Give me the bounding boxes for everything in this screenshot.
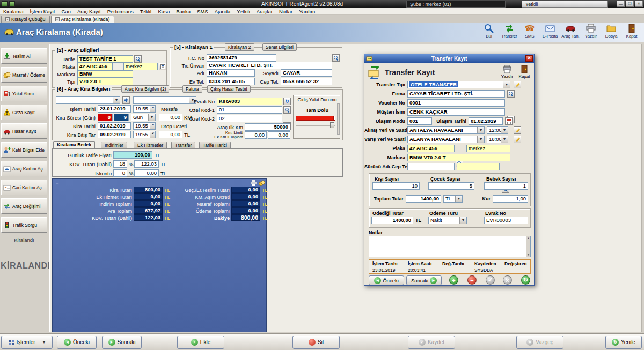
note-select[interactable]: [56, 96, 120, 104]
bebek-sayisi-field[interactable]: 1: [484, 182, 528, 190]
next-button[interactable]: ► Sonraki: [102, 336, 142, 349]
menu-item[interactable]: Kiralama: [0, 9, 27, 14]
soyadi-field[interactable]: CAYAR: [281, 69, 332, 77]
modal-plaka-sube-field[interactable]: merkez: [466, 145, 510, 152]
islem-saat-field[interactable]: 19:55: [133, 105, 156, 113]
dialog-close-icon[interactable]: ✕: [525, 55, 533, 62]
delete-button[interactable]: − Sil: [292, 336, 340, 349]
varis-saati-select[interactable]: 18:00: [487, 136, 508, 143]
odeme-turu-select[interactable]: Nakit: [428, 217, 467, 224]
close-page-button[interactable]: Kapat: [621, 24, 642, 39]
tab-arac-kiralama[interactable]: × Araç Kiralama (Kirada): [51, 16, 114, 23]
ozel-kod-1-field[interactable]: 01: [217, 106, 282, 114]
menu-item[interactable]: Yardım: [296, 9, 318, 14]
dialog-close-button[interactable]: Kapat: [517, 65, 532, 79]
sidebar-item-masraf-odeme[interactable]: Masraf / Ödeme: [1, 67, 47, 83]
transfer-tipi-edit-icon[interactable]: [514, 81, 521, 88]
dialog-next-button[interactable]: Sonraki ►: [406, 275, 442, 285]
transfer-button[interactable]: Transfer: [499, 24, 519, 39]
sidebar-item-teslim-al[interactable]: Teslim Al: [1, 48, 47, 64]
bitis-saat-field[interactable]: 19:55: [133, 131, 156, 138]
panel-coins-icon[interactable]: [258, 180, 265, 186]
dialog-print-button[interactable]: Yazdır: [500, 65, 515, 79]
tab-kisayol-cubugu[interactable]: × Kısayol Çubuğu: [1, 16, 50, 23]
tab-indirimler[interactable]: İndirimler: [101, 142, 127, 148]
tab-fatura[interactable]: Fatura: [182, 85, 202, 93]
tarife-search-icon[interactable]: [134, 55, 142, 63]
menu-item[interactable]: Cari: [58, 9, 74, 14]
musteri-isim-field[interactable]: CENK KAÇKAR: [407, 108, 505, 116]
dialog-add-icon[interactable]: +: [449, 275, 458, 285]
speaker-icon[interactable]: [122, 96, 130, 104]
tip-field[interactable]: V70 2.0 T: [77, 78, 133, 85]
alinis-saati-select[interactable]: 12:00: [487, 126, 508, 134]
dialog-save-icon[interactable]: ✓: [486, 275, 495, 285]
tab-kiralama-bedeli[interactable]: Kiralama Bedeli: [53, 141, 95, 148]
save-button[interactable]: ✓ Kaydet: [408, 336, 455, 349]
toplam-doviz-select[interactable]: TL: [443, 195, 463, 203]
transfer-tipi-select[interactable]: OTELE TRANSFER: [407, 81, 510, 88]
kisi-sayisi-field[interactable]: 10: [372, 182, 420, 190]
sidebar-item-trafik-sorgu[interactable]: Trafik Sorgu: [1, 217, 47, 233]
ulasim-tarihi-calendar-icon[interactable]: [505, 117, 513, 125]
arac-ilk-km-field[interactable]: 50000: [245, 123, 290, 131]
menu-item[interactable]: Banka: [173, 9, 194, 14]
kira-bitis-field[interactable]: 09.02.2019: [98, 131, 131, 138]
print-button[interactable]: Yazdır: [581, 24, 601, 39]
iskonto-tutar-field[interactable]: 0,00: [134, 169, 159, 177]
modal-plaka-field[interactable]: 42 ABC 456: [407, 145, 455, 152]
adi-field[interactable]: HAKAN: [207, 69, 255, 77]
islem-tarihi-field[interactable]: 23.01.2019: [98, 105, 131, 113]
cep-tel-field[interactable]: 055X 666 52 32: [281, 78, 332, 85]
menu-item[interactable]: İşlem Kayıt: [27, 9, 58, 14]
alinis-edit-icon[interactable]: [514, 126, 521, 134]
minimize-button[interactable]: —: [617, 1, 625, 7]
modal-evrak-no-field[interactable]: EVR00003: [484, 217, 528, 224]
tab-close-icon[interactable]: ×: [55, 17, 60, 21]
refresh-button[interactable]: ↻ Yenile: [605, 336, 642, 349]
close-button[interactable]: ✕: [635, 1, 643, 7]
menu-item[interactable]: Teklif: [137, 9, 155, 14]
gunluk-tarife-field[interactable]: 100,00: [113, 151, 152, 159]
dialog-title-bar[interactable]: Transfer Kayıt ✕: [364, 54, 534, 63]
ek-kmli-toplam-field[interactable]: 0,00: [268, 131, 290, 139]
sidebar-item-arac-kartini-ac[interactable]: Araç Kartını Aç: [1, 161, 47, 176]
surucu-adi-field[interactable]: [407, 163, 455, 170]
dialog-cancel-icon[interactable]: ×: [503, 275, 512, 285]
dialog-refresh-icon[interactable]: ↻: [521, 275, 530, 285]
tab-kiralayan-2[interactable]: Kiralayan 2: [225, 43, 254, 51]
tab-ek-hizmetler[interactable]: Ek Hizmetler: [134, 142, 167, 148]
kira-suresi-gun-field[interactable]: 8: [98, 114, 113, 121]
tab-tarife-harici[interactable]: Tarife Harici: [199, 142, 231, 148]
notes-scrollbar[interactable]: ▲▼: [526, 236, 530, 257]
panel-printer-icon[interactable]: [250, 180, 257, 186]
menu-item[interactable]: Yetkili: [233, 9, 253, 14]
kira-suresi-alt-field[interactable]: 9: [114, 114, 129, 121]
tab-arac-kira-2[interactable]: Araç Kira Bilgileri (2): [121, 85, 169, 93]
sidebar-item-hasar-kayit[interactable]: Hasar Kayıt: [1, 123, 47, 139]
sidebar-item-yakit-alimi[interactable]: Yakıt Alımı: [1, 86, 47, 101]
ulasim-tarihi-field[interactable]: 01.02.2019: [469, 117, 503, 125]
kur-field[interactable]: 1,00: [493, 195, 528, 203]
odedigi-tutar-field[interactable]: 1400,00: [371, 217, 413, 224]
ev-tel-field[interactable]: 033X 201 45 85: [207, 78, 255, 85]
previous-button[interactable]: ◄ Önceki: [57, 336, 97, 349]
kira-saat-field[interactable]: 19:55: [133, 122, 156, 130]
islemler-button[interactable]: İşlemler ▼: [1, 336, 53, 349]
marka-field[interactable]: BMW: [77, 70, 133, 78]
firma-field[interactable]: CAYAR TİCARET LTD. ŞTİ.: [407, 90, 505, 98]
sidebar-item-arac-degisimi[interactable]: Araç Değişimi: [1, 198, 47, 214]
surucu-tel-field[interactable]: [457, 163, 500, 170]
menu-item[interactable]: Ajanda: [211, 9, 234, 14]
kira-tarihi-field[interactable]: 01.02.2019: [98, 122, 131, 130]
ozel-kod-2-field[interactable]: 02: [217, 115, 282, 122]
menu-item[interactable]: Performans: [104, 9, 137, 14]
add-button[interactable]: + Ekle: [177, 336, 224, 349]
vehicle-form-icon[interactable]: [159, 63, 166, 70]
voucher-no-field[interactable]: 0001: [407, 99, 505, 107]
file-button[interactable]: Dosya: [601, 24, 621, 39]
fuel-vertical-track[interactable]: [337, 103, 340, 135]
evrak-no-field[interactable]: KIRA003: [217, 98, 282, 105]
toplam-tutar-field[interactable]: 1400,00: [406, 195, 441, 203]
maximize-button[interactable]: ❐: [626, 1, 634, 7]
